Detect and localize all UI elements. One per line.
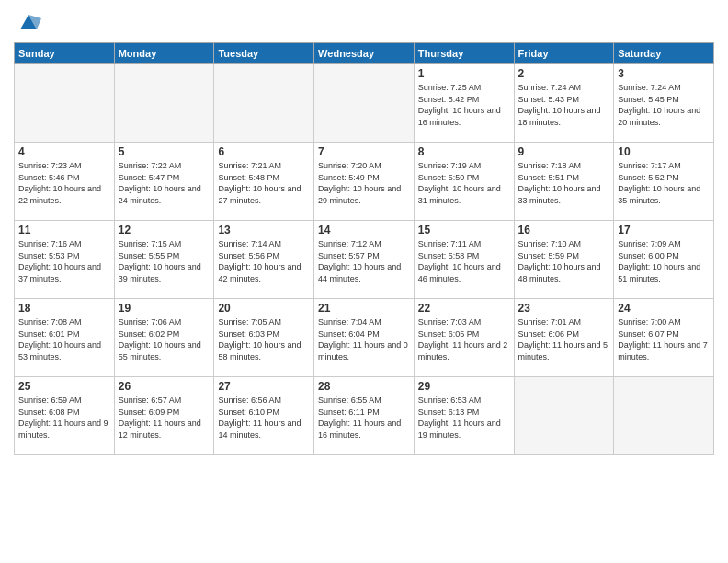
day-info: Sunrise: 7:11 AM Sunset: 5:58 PM Dayligh… bbox=[418, 238, 510, 284]
day-number: 2 bbox=[518, 67, 610, 80]
day-number: 21 bbox=[318, 302, 410, 315]
day-info: Sunrise: 7:16 AM Sunset: 5:53 PM Dayligh… bbox=[18, 238, 110, 284]
day-info: Sunrise: 7:00 AM Sunset: 6:07 PM Dayligh… bbox=[618, 316, 710, 362]
calendar-day: 26 Sunrise: 6:57 AM Sunset: 6:09 PM Dayl… bbox=[114, 377, 214, 455]
day-number: 28 bbox=[318, 380, 410, 393]
logo bbox=[14, 9, 41, 35]
calendar-day: 9 Sunrise: 7:18 AM Sunset: 5:51 PM Dayli… bbox=[514, 143, 614, 221]
calendar-day bbox=[214, 64, 314, 143]
weekday-header-sunday: Sunday bbox=[15, 43, 115, 64]
weekday-header-monday: Monday bbox=[114, 43, 214, 64]
day-number: 16 bbox=[518, 224, 610, 236]
weekday-header-saturday: Saturday bbox=[614, 43, 714, 64]
day-info: Sunrise: 7:03 AM Sunset: 6:05 PM Dayligh… bbox=[418, 316, 510, 362]
calendar-day: 20 Sunrise: 7:05 AM Sunset: 6:03 PM Dayl… bbox=[214, 299, 314, 377]
day-number: 27 bbox=[218, 380, 310, 393]
calendar-day: 21 Sunrise: 7:04 AM Sunset: 6:04 PM Dayl… bbox=[314, 299, 415, 377]
day-number: 18 bbox=[18, 302, 110, 315]
calendar-day: 16 Sunrise: 7:10 AM Sunset: 5:59 PM Dayl… bbox=[514, 221, 614, 299]
calendar-day: 1 Sunrise: 7:25 AM Sunset: 5:42 PM Dayli… bbox=[414, 64, 514, 143]
day-number: 9 bbox=[518, 145, 610, 158]
calendar-day: 11 Sunrise: 7:16 AM Sunset: 5:53 PM Dayl… bbox=[15, 221, 115, 299]
day-info: Sunrise: 7:15 AM Sunset: 5:55 PM Dayligh… bbox=[119, 238, 210, 284]
calendar-day bbox=[15, 64, 115, 143]
day-info: Sunrise: 7:22 AM Sunset: 5:47 PM Dayligh… bbox=[119, 160, 210, 206]
day-number: 4 bbox=[18, 145, 110, 158]
page-container: SundayMondayTuesdayWednesdayThursdayFrid… bbox=[0, 0, 728, 460]
calendar-week-2: 4 Sunrise: 7:23 AM Sunset: 5:46 PM Dayli… bbox=[15, 143, 714, 221]
day-number: 24 bbox=[618, 302, 710, 315]
calendar-day bbox=[314, 64, 415, 143]
calendar-week-3: 11 Sunrise: 7:16 AM Sunset: 5:53 PM Dayl… bbox=[15, 221, 714, 299]
calendar-day: 4 Sunrise: 7:23 AM Sunset: 5:46 PM Dayli… bbox=[15, 143, 115, 221]
day-number: 23 bbox=[518, 302, 610, 315]
calendar-day: 24 Sunrise: 7:00 AM Sunset: 6:07 PM Dayl… bbox=[614, 299, 714, 377]
calendar-day: 27 Sunrise: 6:56 AM Sunset: 6:10 PM Dayl… bbox=[214, 377, 314, 455]
calendar-table: SundayMondayTuesdayWednesdayThursdayFrid… bbox=[14, 42, 714, 455]
calendar-day: 7 Sunrise: 7:20 AM Sunset: 5:49 PM Dayli… bbox=[314, 143, 415, 221]
calendar-day: 17 Sunrise: 7:09 AM Sunset: 6:00 PM Dayl… bbox=[614, 221, 714, 299]
day-info: Sunrise: 7:06 AM Sunset: 6:02 PM Dayligh… bbox=[119, 316, 210, 362]
day-number: 19 bbox=[119, 302, 210, 315]
day-info: Sunrise: 7:05 AM Sunset: 6:03 PM Dayligh… bbox=[218, 316, 310, 362]
calendar-day: 13 Sunrise: 7:14 AM Sunset: 5:56 PM Dayl… bbox=[214, 221, 314, 299]
calendar-week-1: 1 Sunrise: 7:25 AM Sunset: 5:42 PM Dayli… bbox=[15, 64, 714, 143]
calendar-day: 12 Sunrise: 7:15 AM Sunset: 5:55 PM Dayl… bbox=[114, 221, 214, 299]
day-number: 10 bbox=[618, 145, 710, 158]
day-info: Sunrise: 6:57 AM Sunset: 6:09 PM Dayligh… bbox=[119, 395, 210, 441]
calendar-day: 14 Sunrise: 7:12 AM Sunset: 5:57 PM Dayl… bbox=[314, 221, 415, 299]
day-info: Sunrise: 7:18 AM Sunset: 5:51 PM Dayligh… bbox=[518, 160, 610, 206]
day-info: Sunrise: 7:25 AM Sunset: 5:42 PM Dayligh… bbox=[418, 82, 510, 128]
weekday-header-friday: Friday bbox=[514, 43, 614, 64]
calendar-day: 6 Sunrise: 7:21 AM Sunset: 5:48 PM Dayli… bbox=[214, 143, 314, 221]
day-info: Sunrise: 7:24 AM Sunset: 5:45 PM Dayligh… bbox=[618, 82, 710, 128]
calendar-day bbox=[614, 377, 714, 455]
calendar-day: 10 Sunrise: 7:17 AM Sunset: 5:52 PM Dayl… bbox=[614, 143, 714, 221]
day-number: 25 bbox=[18, 380, 110, 393]
day-number: 8 bbox=[418, 145, 510, 158]
calendar-day: 2 Sunrise: 7:24 AM Sunset: 5:43 PM Dayli… bbox=[514, 64, 614, 143]
day-info: Sunrise: 7:12 AM Sunset: 5:57 PM Dayligh… bbox=[318, 238, 410, 284]
day-number: 17 bbox=[618, 224, 710, 236]
weekday-header-tuesday: Tuesday bbox=[214, 43, 314, 64]
calendar-day: 25 Sunrise: 6:59 AM Sunset: 6:08 PM Dayl… bbox=[15, 377, 115, 455]
logo-icon bbox=[16, 9, 41, 35]
calendar-day: 22 Sunrise: 7:03 AM Sunset: 6:05 PM Dayl… bbox=[414, 299, 514, 377]
calendar-week-5: 25 Sunrise: 6:59 AM Sunset: 6:08 PM Dayl… bbox=[15, 377, 714, 455]
day-info: Sunrise: 7:09 AM Sunset: 6:00 PM Dayligh… bbox=[618, 238, 710, 284]
day-number: 22 bbox=[418, 302, 510, 315]
calendar-day bbox=[514, 377, 614, 455]
weekday-header-wednesday: Wednesday bbox=[314, 43, 415, 64]
calendar-day: 29 Sunrise: 6:53 AM Sunset: 6:13 PM Dayl… bbox=[414, 377, 514, 455]
day-number: 6 bbox=[218, 145, 310, 158]
calendar-day: 8 Sunrise: 7:19 AM Sunset: 5:50 PM Dayli… bbox=[414, 143, 514, 221]
day-info: Sunrise: 6:56 AM Sunset: 6:10 PM Dayligh… bbox=[218, 395, 310, 441]
day-number: 12 bbox=[119, 224, 210, 236]
day-info: Sunrise: 6:59 AM Sunset: 6:08 PM Dayligh… bbox=[18, 395, 110, 441]
page-header bbox=[14, 9, 714, 35]
calendar-day bbox=[114, 64, 214, 143]
weekday-header-row: SundayMondayTuesdayWednesdayThursdayFrid… bbox=[15, 43, 714, 64]
calendar-day: 23 Sunrise: 7:01 AM Sunset: 6:06 PM Dayl… bbox=[514, 299, 614, 377]
day-info: Sunrise: 7:17 AM Sunset: 5:52 PM Dayligh… bbox=[618, 160, 710, 206]
day-info: Sunrise: 7:08 AM Sunset: 6:01 PM Dayligh… bbox=[18, 316, 110, 362]
day-number: 14 bbox=[318, 224, 410, 236]
day-info: Sunrise: 6:53 AM Sunset: 6:13 PM Dayligh… bbox=[418, 395, 510, 441]
day-number: 1 bbox=[418, 67, 510, 80]
day-info: Sunrise: 7:21 AM Sunset: 5:48 PM Dayligh… bbox=[218, 160, 310, 206]
calendar-week-4: 18 Sunrise: 7:08 AM Sunset: 6:01 PM Dayl… bbox=[15, 299, 714, 377]
day-info: Sunrise: 7:23 AM Sunset: 5:46 PM Dayligh… bbox=[18, 160, 110, 206]
day-info: Sunrise: 7:24 AM Sunset: 5:43 PM Dayligh… bbox=[518, 82, 610, 128]
day-number: 5 bbox=[119, 145, 210, 158]
day-number: 26 bbox=[119, 380, 210, 393]
day-info: Sunrise: 6:55 AM Sunset: 6:11 PM Dayligh… bbox=[318, 395, 410, 441]
day-info: Sunrise: 7:01 AM Sunset: 6:06 PM Dayligh… bbox=[518, 316, 610, 362]
day-number: 15 bbox=[418, 224, 510, 236]
day-info: Sunrise: 7:10 AM Sunset: 5:59 PM Dayligh… bbox=[518, 238, 610, 284]
day-number: 13 bbox=[218, 224, 310, 236]
calendar-day: 5 Sunrise: 7:22 AM Sunset: 5:47 PM Dayli… bbox=[114, 143, 214, 221]
day-number: 20 bbox=[218, 302, 310, 315]
calendar-day: 19 Sunrise: 7:06 AM Sunset: 6:02 PM Dayl… bbox=[114, 299, 214, 377]
calendar-day: 3 Sunrise: 7:24 AM Sunset: 5:45 PM Dayli… bbox=[614, 64, 714, 143]
calendar-day: 28 Sunrise: 6:55 AM Sunset: 6:11 PM Dayl… bbox=[314, 377, 415, 455]
